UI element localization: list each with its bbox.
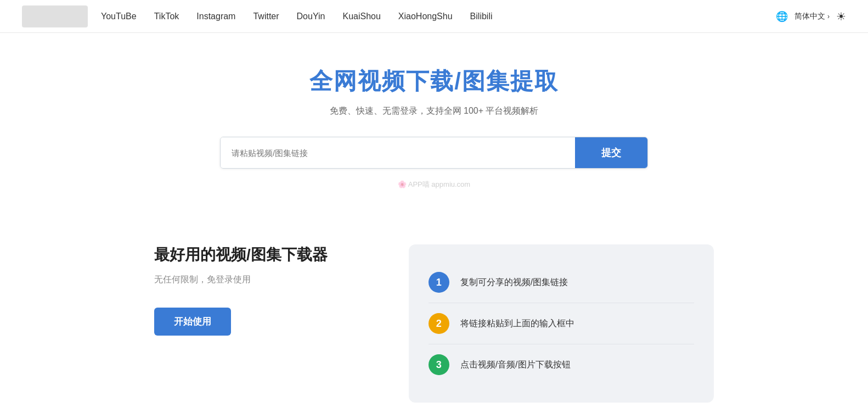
language-selector[interactable]: 简体中文 › bbox=[794, 12, 830, 21]
nav-links: YouTuBeTikTokInstagramTwitterDouYinKuaiS… bbox=[101, 12, 776, 21]
nav-link-douyin[interactable]: DouYin bbox=[297, 12, 325, 21]
nav-link-youtube[interactable]: YouTuBe bbox=[101, 12, 137, 21]
submit-button[interactable]: 提交 bbox=[575, 137, 647, 168]
left-info: 最好用的视频/图集下载器 无任何限制，免登录使用 开始使用 bbox=[154, 244, 376, 336]
step-item: 2将链接粘贴到上面的输入框中 bbox=[429, 303, 694, 344]
nav-link-bilibili[interactable]: Bilibili bbox=[470, 12, 493, 21]
nav-right: 🌐 简体中文 › ☀ bbox=[776, 10, 846, 23]
step-badge: 3 bbox=[429, 354, 449, 375]
language-label: 简体中文 bbox=[794, 12, 825, 21]
globe-icon: 🌐 bbox=[776, 10, 788, 23]
search-bar: 提交 bbox=[220, 137, 648, 169]
hero-subtitle: 免费、快速、无需登录，支持全网 100+ 平台视频解析 bbox=[11, 105, 857, 117]
nav-link-kuaishou[interactable]: KuaiShou bbox=[342, 12, 380, 21]
step-text: 复制可分享的视频/图集链接 bbox=[460, 277, 568, 288]
step-badge: 1 bbox=[429, 272, 449, 293]
bottom-section: 最好用的视频/图集下载器 无任何限制，免登录使用 开始使用 1复制可分享的视频/… bbox=[132, 233, 736, 407]
nav-link-instagram[interactable]: Instagram bbox=[196, 12, 235, 21]
watermark: 🌸 APP喵 appmiu.com bbox=[11, 180, 857, 189]
hero-title: 全网视频下载/图集提取 bbox=[11, 66, 857, 97]
url-input[interactable] bbox=[221, 137, 575, 168]
logo[interactable] bbox=[22, 5, 88, 27]
nav-link-xiaohongshu[interactable]: XiaoHongShu bbox=[398, 12, 453, 21]
theme-toggle-icon[interactable]: ☀ bbox=[836, 10, 846, 23]
start-button[interactable]: 开始使用 bbox=[154, 308, 231, 336]
nav-link-twitter[interactable]: Twitter bbox=[253, 12, 279, 21]
steps-panel: 1复制可分享的视频/图集链接2将链接粘贴到上面的输入框中3点击视频/音频/图片下… bbox=[409, 244, 714, 403]
step-text: 点击视频/音频/图片下载按钮 bbox=[460, 359, 571, 371]
chevron-down-icon: › bbox=[827, 13, 830, 20]
info-title: 最好用的视频/图集下载器 bbox=[154, 244, 376, 265]
step-text: 将链接粘贴到上面的输入框中 bbox=[460, 318, 574, 330]
hero-section: 全网视频下载/图集提取 免费、快速、无需登录，支持全网 100+ 平台视频解析 … bbox=[0, 33, 868, 233]
navbar: YouTuBeTikTokInstagramTwitterDouYinKuaiS… bbox=[0, 0, 868, 33]
nav-link-tiktok[interactable]: TikTok bbox=[154, 12, 179, 21]
step-item: 3点击视频/音频/图片下载按钮 bbox=[429, 344, 694, 385]
step-badge: 2 bbox=[429, 313, 449, 334]
info-subtitle: 无任何限制，免登录使用 bbox=[154, 274, 376, 286]
step-item: 1复制可分享的视频/图集链接 bbox=[429, 262, 694, 303]
